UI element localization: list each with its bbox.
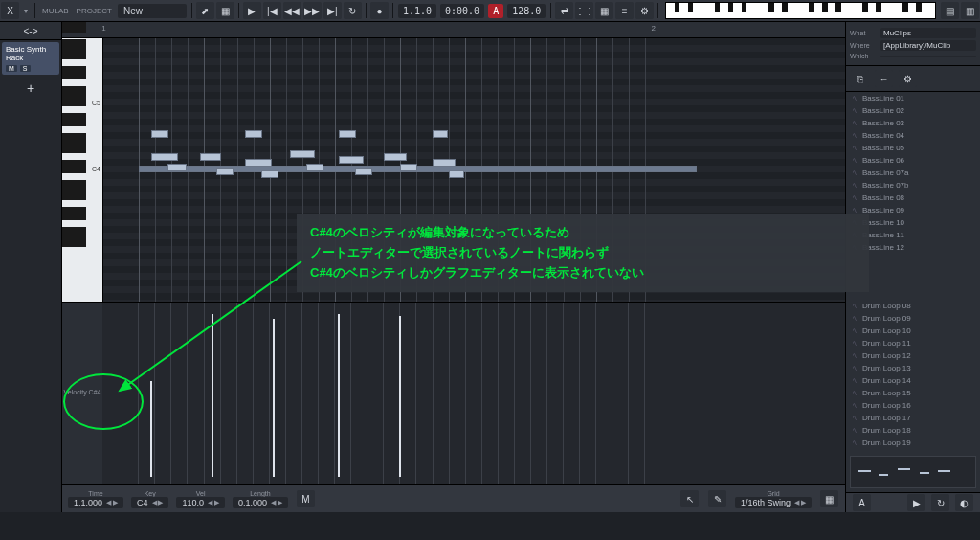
length-field[interactable]: 0.1.000◀ ▶ xyxy=(233,497,288,508)
solo-button[interactable]: S xyxy=(20,65,31,72)
rewind-start-button[interactable]: |◀ xyxy=(263,2,281,19)
add-track-button[interactable]: + xyxy=(0,77,61,100)
view-btn-2[interactable]: ⋮⋮ xyxy=(575,2,593,19)
browser-item[interactable]: ∿BassLine 08 xyxy=(846,191,980,204)
grid-field-label: Grid xyxy=(767,490,779,497)
project-name-field[interactable]: New xyxy=(118,4,187,18)
settings-icon[interactable]: ⚙ xyxy=(635,2,654,19)
panel-toggle-1[interactable]: ▤ xyxy=(941,2,959,19)
clip-icon: ∿ xyxy=(852,169,858,177)
clip-icon: ∿ xyxy=(852,231,858,239)
browser-item[interactable]: ∿Drum Loop 17 xyxy=(846,412,980,424)
browser-item[interactable]: ∿Drum Loop 12 xyxy=(846,349,980,362)
play-button[interactable]: ▶ xyxy=(243,2,261,19)
key-field-label: Key xyxy=(145,490,156,497)
clip-icon: ∿ xyxy=(852,302,858,310)
note-grid[interactable] xyxy=(103,38,845,302)
main-toolbar: X ▾ MULAB PROJECT New ⬈ ▦ ▶ |◀ ◀◀ ▶▶ ▶| … xyxy=(0,0,980,22)
editor-statusbar: Time 1.1.000◀ ▶ Key C4◀ ▶ Vel 110.0◀ ▶ L… xyxy=(62,484,845,512)
browser-settings-icon[interactable]: ⚙ xyxy=(899,70,917,87)
browser-item[interactable]: ∿Drum Loop 08 xyxy=(846,300,980,312)
browser-item[interactable]: ∿Drum Loop 19 xyxy=(846,437,980,449)
mute-button[interactable]: M xyxy=(6,65,17,72)
tool-select-icon[interactable]: ▦ xyxy=(216,2,234,19)
clip-preview[interactable] xyxy=(850,456,976,488)
rewind-button[interactable]: ◀◀ xyxy=(283,2,301,19)
forward-end-button[interactable]: ▶| xyxy=(323,2,342,19)
sync-indicator[interactable]: A xyxy=(488,4,503,18)
timeline-ruler[interactable]: 1 2 xyxy=(62,22,845,38)
browser-item[interactable]: ∿BassLine 04 xyxy=(846,129,980,142)
preview-play-icon[interactable]: ▶ xyxy=(907,494,925,511)
panel-toggle-2[interactable]: ▥ xyxy=(961,2,979,19)
app-menu-button[interactable]: X xyxy=(1,2,19,19)
browser-item[interactable]: ∿Drum Loop 13 xyxy=(846,362,980,374)
browser-item[interactable]: ∿Drum Loop 09 xyxy=(846,312,980,325)
browser-item[interactable]: ∿BassLine 06 xyxy=(846,154,980,167)
grid-field[interactable]: 1/16th Swing◀ ▶ xyxy=(735,497,812,508)
browser-item[interactable]: ∿BassLine 11 xyxy=(846,229,980,241)
track-rail: <-> Basic Synth Rack M S + xyxy=(0,22,62,512)
view-btn-3[interactable]: ▦ xyxy=(595,2,613,19)
tool-arrow-icon[interactable]: ⬈ xyxy=(196,2,214,19)
browser-item[interactable]: ∿BassLine 09 xyxy=(846,204,980,216)
piano-keys[interactable]: C5 C4 xyxy=(62,38,103,302)
browser-item[interactable]: ∿BassLine 02 xyxy=(846,104,980,117)
view-btn-4[interactable]: ≡ xyxy=(615,2,634,19)
key-field[interactable]: C4◀ ▶ xyxy=(131,497,168,508)
velocity-label-area[interactable]: Velocity C#4 xyxy=(62,303,102,484)
preview-slot[interactable]: A xyxy=(853,494,871,511)
browser-item[interactable]: ∿Drum Loop 20 xyxy=(846,449,980,452)
browser-item[interactable]: ∿Drum Loop 11 xyxy=(846,337,980,349)
track-name: Basic Synth Rack xyxy=(6,45,56,62)
tempo-display[interactable]: 128.0 xyxy=(507,4,546,18)
position-display[interactable]: 1.1.0 xyxy=(398,4,436,18)
clip-icon: ∿ xyxy=(852,131,858,140)
what-value[interactable]: MuClips xyxy=(880,28,976,38)
which-label: Which xyxy=(850,53,877,59)
which-value[interactable] xyxy=(880,56,976,57)
time-field[interactable]: 1.1.000◀ ▶ xyxy=(68,497,123,508)
loop-button[interactable]: ↻ xyxy=(344,2,362,19)
view-btn-1[interactable]: ⇄ xyxy=(555,2,573,19)
ruler-marker: 2 xyxy=(650,22,657,34)
draw-tool-icon[interactable]: ✎ xyxy=(708,490,726,507)
browser-item[interactable]: ∿BassLine 07a xyxy=(846,167,980,179)
velocity-grid[interactable] xyxy=(102,303,845,484)
record-button[interactable]: ● xyxy=(370,2,389,19)
close-x: ▾ xyxy=(20,7,32,15)
clip-icon: ∿ xyxy=(852,364,858,372)
rail-tab[interactable]: <-> xyxy=(0,22,61,40)
clip-icon: ∿ xyxy=(852,426,858,435)
browser-item[interactable]: ∿Drum Loop 10 xyxy=(846,325,980,337)
browser-item[interactable]: ∿Drum Loop 15 xyxy=(846,387,980,399)
length-field-label: Length xyxy=(250,490,270,497)
what-label: What xyxy=(850,30,877,36)
browser-item[interactable]: ∿BassLine 03 xyxy=(846,117,980,129)
where-value[interactable]: [AppLibrary]/MuClip xyxy=(880,40,976,51)
velocity-param-label: Velocity C#4 xyxy=(62,389,102,395)
m-toggle[interactable]: M xyxy=(297,490,315,507)
snap-toggle[interactable]: ▦ xyxy=(820,490,838,507)
browser-item[interactable]: ∿BassLine 01 xyxy=(846,92,980,104)
track-header[interactable]: Basic Synth Rack M S xyxy=(2,42,59,75)
browser-back-icon[interactable]: ← xyxy=(875,70,893,87)
browser-item[interactable]: ∿Drum Loop 16 xyxy=(846,399,980,412)
browser-item[interactable]: ∿BassLine 10 xyxy=(846,216,980,229)
forward-button[interactable]: ▶▶ xyxy=(303,2,322,19)
time-display[interactable]: 0:00.0 xyxy=(440,4,484,18)
browser-item[interactable]: ∿BassLine 07b xyxy=(846,179,980,191)
cursor-tool-icon[interactable]: ↖ xyxy=(680,490,699,507)
browser-list[interactable]: ∿BassLine 01∿BassLine 02∿BassLine 03∿Bas… xyxy=(846,92,980,452)
preview-loop-icon[interactable]: ↻ xyxy=(931,494,949,511)
clip-icon: ∿ xyxy=(852,144,858,152)
mini-keyboard[interactable] xyxy=(665,2,936,19)
vel-field[interactable]: 110.0◀ ▶ xyxy=(176,497,224,508)
browser-item[interactable]: ∿BassLine 12 xyxy=(846,241,980,254)
browser-up-icon[interactable]: ⎘ xyxy=(851,70,869,87)
browser-item[interactable]: ∿Drum Loop 14 xyxy=(846,374,980,387)
browser-item[interactable]: ∿Drum Loop 18 xyxy=(846,424,980,437)
clip-icon: ∿ xyxy=(852,106,858,115)
preview-vol-icon[interactable]: ◐ xyxy=(955,494,973,511)
browser-item[interactable]: ∿BassLine 05 xyxy=(846,142,980,154)
